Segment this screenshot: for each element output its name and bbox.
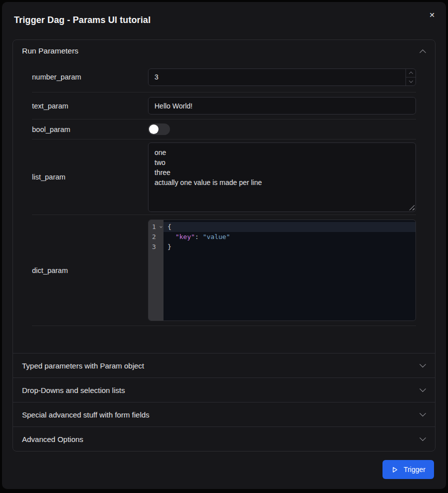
number-param-control [148,68,416,86]
editor-code-area[interactable]: { "key": "value" } [164,220,416,320]
line-number: 1 [148,222,164,232]
play-icon [391,466,398,474]
params-accordion: Run Parameters number_param text_p [12,40,436,452]
toggle-knob [149,124,158,134]
code-line-3: } [164,242,416,252]
increment-button[interactable] [406,69,416,78]
section-spacer [32,326,416,353]
chevron-down-icon [420,410,426,416]
text-param-input[interactable] [148,97,416,114]
field-row-dict-param: dict_param 1 2 3 { "key": "value" } [32,215,416,326]
chevron-down-icon [420,361,426,368]
chevron-down-icon [420,386,426,392]
code-line-1: { [164,222,416,232]
trigger-button[interactable]: Trigger [382,460,434,479]
accordion-header-typed-parameters[interactable]: Typed parameters with Param object [13,353,435,378]
run-parameters-body: number_param text_param [13,62,435,353]
accordion-label-special-advanced: Special advanced stuff with form fields [22,410,150,419]
list-param-textarea[interactable]: one two three actually one value is made… [148,142,416,212]
trigger-dag-dialog: Trigger Dag - Params UI tutorial ✕ Run P… [2,2,446,489]
bool-param-control [148,124,416,135]
code-line-2: "key": "value" [164,232,416,242]
dict-param-control: 1 2 3 { "key": "value" } [148,220,416,321]
dict-param-label: dict_param [32,266,148,274]
field-row-text-param: text_param [32,92,416,120]
chevron-up-icon [408,72,412,76]
accordion-label-run-parameters: Run Parameters [22,46,78,56]
dialog-header: Trigger Dag - Params UI tutorial ✕ [2,2,446,26]
editor-gutter: 1 2 3 [148,220,164,320]
bool-param-toggle[interactable] [148,124,170,135]
list-param-label: list_param [32,173,148,181]
bool-param-label: bool_param [32,126,148,134]
accordion-header-run-parameters[interactable]: Run Parameters [13,40,435,62]
accordion-header-advanced-options[interactable]: Advanced Options [13,426,435,451]
chevron-down-icon [408,78,412,82]
accordion-header-drop-downs[interactable]: Drop-Downs and selection lists [13,378,435,402]
list-param-control: one two three actually one value is made… [148,142,416,212]
text-param-label: text_param [32,102,148,110]
close-icon: ✕ [429,11,435,19]
accordion-header-special-advanced[interactable]: Special advanced stuff with form fields [13,402,435,426]
dialog-title: Trigger Dag - Params UI tutorial [14,15,434,26]
field-row-bool-param: bool_param [32,120,416,140]
chevron-up-icon [420,49,426,56]
accordion-label-drop-downs: Drop-Downs and selection lists [22,386,125,394]
text-param-control [148,97,416,114]
json-code-editor[interactable]: 1 2 3 { "key": "value" } [148,220,416,321]
dialog-footer: Trigger [2,452,446,479]
number-param-label: number_param [32,73,148,81]
line-number: 2 [148,232,164,242]
accordion-label-typed-parameters: Typed parameters with Param object [22,362,144,370]
field-row-number-param: number_param [32,62,416,92]
number-param-input[interactable] [148,68,416,86]
chevron-down-icon [420,434,426,441]
number-spinner [406,69,416,86]
accordion-label-advanced-options: Advanced Options [22,435,84,444]
close-button[interactable]: ✕ [425,8,439,22]
trigger-button-label: Trigger [404,466,426,474]
field-row-list-param: list_param one two three actually one va… [32,140,416,215]
fold-chevron-icon[interactable] [160,225,162,228]
line-number: 3 [148,242,164,252]
decrement-button[interactable] [406,78,416,86]
